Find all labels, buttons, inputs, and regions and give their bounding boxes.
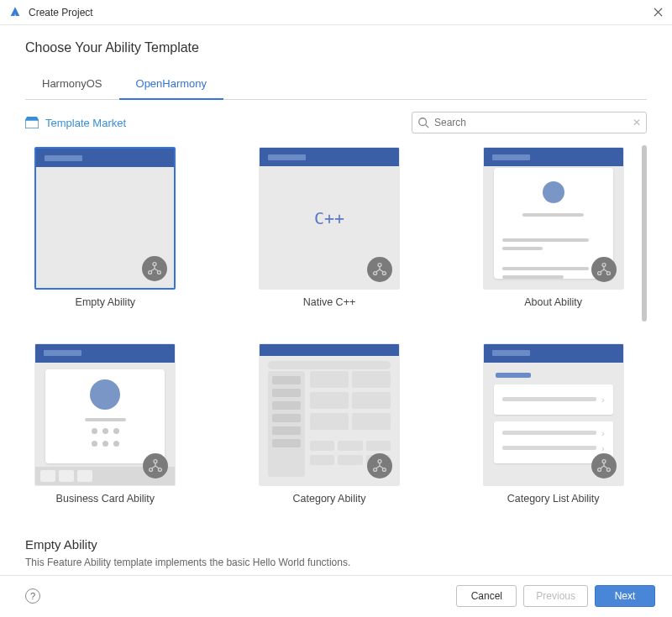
app-logo-icon xyxy=(8,6,22,19)
svg-point-1 xyxy=(419,118,427,126)
tab-harmonyos[interactable]: HarmonyOS xyxy=(25,71,119,100)
tab-openharmony[interactable]: OpenHarmony xyxy=(119,71,224,100)
next-button[interactable]: Next xyxy=(595,585,655,607)
template-label: Category List Ability xyxy=(507,493,600,505)
cancel-button[interactable]: Cancel xyxy=(456,585,517,607)
svg-rect-0 xyxy=(25,120,39,128)
scrollbar[interactable] xyxy=(642,145,647,525)
template-label: About Ability xyxy=(524,296,582,308)
svg-point-18 xyxy=(597,468,601,471)
template-label: Empty Ability xyxy=(76,296,136,308)
template-about-ability[interactable]: About Ability xyxy=(475,147,632,320)
svg-point-6 xyxy=(374,272,377,275)
svg-point-3 xyxy=(149,271,152,275)
svg-point-8 xyxy=(602,264,606,267)
search-icon xyxy=(417,117,429,128)
cpp-glyph: C++ xyxy=(314,208,344,228)
template-market-link[interactable]: Template Market xyxy=(25,117,126,129)
svg-point-11 xyxy=(154,459,157,463)
svg-point-4 xyxy=(158,271,161,275)
titlebar: Create Project xyxy=(0,0,672,25)
harmony-badge-icon xyxy=(591,257,617,282)
svg-point-5 xyxy=(378,264,381,267)
template-category-ability[interactable]: Category Ability xyxy=(251,343,408,516)
svg-point-7 xyxy=(382,272,386,275)
market-icon xyxy=(25,117,39,128)
template-label: Category Ability xyxy=(293,493,366,505)
help-icon[interactable]: ? xyxy=(25,588,40,604)
templates-grid: Empty Ability C++ Native C++ xyxy=(25,145,633,525)
description-text: This Feature Ability template implements… xyxy=(25,557,647,568)
search-field[interactable]: ✕ xyxy=(412,112,647,133)
template-label: Business Card Ability xyxy=(56,493,155,505)
description-title: Empty Ability xyxy=(25,537,647,552)
template-label: Native C++ xyxy=(303,296,356,308)
template-native-cpp[interactable]: C++ Native C++ xyxy=(251,147,408,320)
svg-point-19 xyxy=(606,468,610,471)
previous-button[interactable]: Previous xyxy=(523,585,588,607)
svg-point-10 xyxy=(606,272,610,275)
close-icon[interactable] xyxy=(650,5,665,20)
svg-point-13 xyxy=(159,468,162,471)
svg-point-9 xyxy=(597,272,601,275)
tab-bar: HarmonyOS OpenHarmony xyxy=(25,71,647,100)
harmony-badge-icon xyxy=(367,257,392,282)
harmony-badge-icon xyxy=(143,453,168,478)
svg-point-14 xyxy=(378,459,381,463)
page-title: Choose Your Ability Template xyxy=(25,40,647,55)
scrollbar-thumb[interactable] xyxy=(642,145,647,322)
clear-search-icon[interactable]: ✕ xyxy=(633,117,641,128)
svg-point-12 xyxy=(150,468,153,471)
svg-point-2 xyxy=(153,263,156,266)
harmony-badge-icon xyxy=(142,256,167,281)
template-business-card[interactable]: Business Card Ability xyxy=(27,343,184,516)
svg-point-16 xyxy=(382,468,386,471)
window-title: Create Project xyxy=(29,7,650,18)
description-panel: Empty Ability This Feature Ability templ… xyxy=(25,525,647,575)
svg-point-17 xyxy=(602,459,606,463)
harmony-badge-icon xyxy=(591,453,617,478)
template-category-list[interactable]: › › › Category List Ability xyxy=(475,343,632,516)
harmony-badge-icon xyxy=(367,453,392,478)
svg-point-15 xyxy=(374,468,377,471)
template-empty-ability[interactable]: Empty Ability xyxy=(27,147,184,320)
footer: ? Cancel Previous Next xyxy=(0,575,672,615)
search-input[interactable] xyxy=(434,117,633,128)
template-market-label: Template Market xyxy=(45,117,126,129)
